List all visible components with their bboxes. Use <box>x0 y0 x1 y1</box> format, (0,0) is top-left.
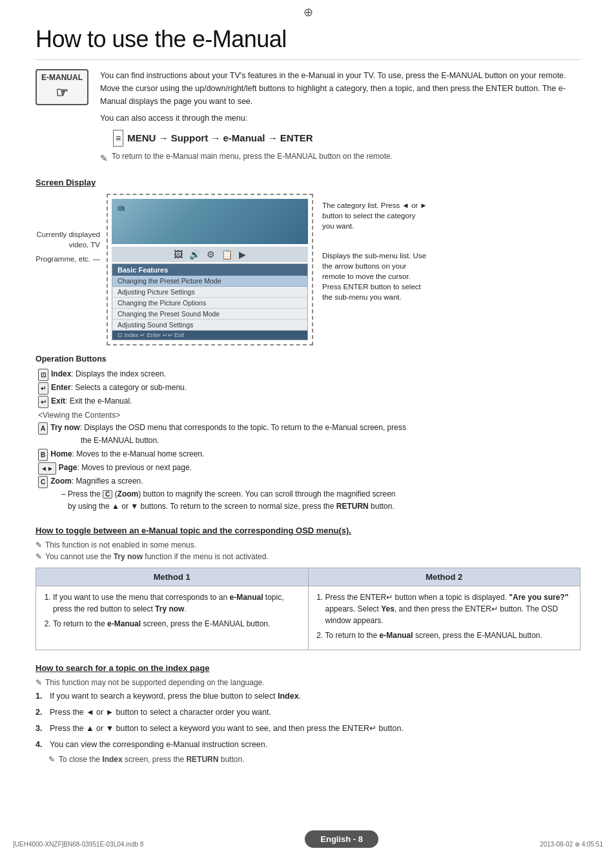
intro-section: E-MANUAL ☞ You can find instructions abo… <box>36 69 580 166</box>
op-item-trynow: A Try now: Displays the OSD menu that co… <box>38 421 580 447</box>
footer-page-label: English - 8 <box>305 830 378 848</box>
tv-icon-2: 🔊 <box>189 249 200 260</box>
toggle-note2: ✎ You cannot use the Try now function if… <box>36 552 580 561</box>
note-icon-1: ✎ <box>36 540 42 550</box>
method1-header: Method 1 <box>36 568 309 586</box>
op-icon-page: ◄► <box>38 462 56 475</box>
screen-menu-header: Basic Features <box>112 264 307 276</box>
tv-icon-1: 🖼 <box>174 249 183 260</box>
method1-cell: If you want to use the menu that corresp… <box>36 586 309 650</box>
index-steps: 1. If you want to search a keyword, pres… <box>36 690 580 751</box>
tv-icon-5: ▶ <box>239 249 246 260</box>
note-icon-2: ✎ <box>36 552 42 561</box>
footer-right: 2013-08-02 ⊕ 4:05:51 <box>540 841 603 848</box>
screen-menu-bottom: ⊡ Index ↵ Enter ↵↩ Exit <box>112 331 307 340</box>
index-step-4: 4. You can view the corresponding e-Manu… <box>36 738 580 751</box>
operation-list: ⊡ Index: Displays the index screen. ↵ En… <box>36 367 580 408</box>
op-icon-a: A <box>38 422 48 435</box>
intro-paragraph1: You can find instructions about your TV'… <box>100 69 580 108</box>
hand-icon: ☞ <box>41 85 83 101</box>
screen-menu-item-2: Changing the Picture Options <box>112 298 307 309</box>
intro-paragraph2: You can also access it through the menu: <box>100 112 580 125</box>
tv-image: 📺 <box>112 199 308 244</box>
op-icon-c: C <box>38 476 48 488</box>
screen-menu-item-4: Adjusting Sound Settings <box>112 320 307 331</box>
menu-icon: ≡ <box>113 130 123 147</box>
page-title: How to use the e-Manual <box>36 26 580 60</box>
op-item-zoom: C Zoom: Magnifies a screen. <box>38 475 580 488</box>
method2-cell: Press the ENTER↵ button when a topic is … <box>308 586 580 650</box>
zoom-sub-list: – Press the C (Zoom) button to magnify t… <box>36 488 580 513</box>
op-item-home: B Home: Moves to the e-Manual home scree… <box>38 447 580 461</box>
toggle-heading: How to toggle between an e-Manual topic … <box>36 526 580 535</box>
tv-icon-4: 📋 <box>221 249 232 260</box>
index-note-top: ✎ This function may not be supported dep… <box>36 678 580 687</box>
menu-line: ≡ MENU → Support → e-Manual → ENTER <box>100 130 580 147</box>
screen-right-labels: The category list. Press ◄ or ► button t… <box>313 194 429 303</box>
index-step-3: 3. Press the ▲ or ▼ button to select a k… <box>36 722 580 735</box>
screen-right-label-1: The category list. Press ◄ or ► button t… <box>322 200 429 231</box>
toggle-section: How to toggle between an e-Manual topic … <box>36 526 580 650</box>
screen-left-label: Currently displayed video, TV Programme,… <box>36 194 107 264</box>
method2-header: Method 2 <box>308 568 580 586</box>
op-icon-enter: ↵ <box>38 382 48 395</box>
screen-menu-item-1: Adjusting Picture Settings <box>112 287 307 298</box>
op-item-index: ⊡ Index: Displays the index screen. <box>38 367 580 381</box>
top-compass-icon: ⊕ <box>303 5 313 19</box>
methods-table: Method 1 Method 2 If you want to use the… <box>36 568 580 650</box>
screen-menu-item-3: Changing the Preset Sound Mode <box>112 309 307 320</box>
note-icon-4: ✎ <box>48 755 55 764</box>
intro-text: You can find instructions about your TV'… <box>100 69 580 166</box>
screen-display-area: Currently displayed video, TV Programme,… <box>36 194 580 345</box>
operation-title: Operation Buttons <box>36 355 580 364</box>
screen-mockup: 📺 🖼 🔊 ⚙ 📋 ▶ Basic Features Changing the … <box>107 194 313 345</box>
index-step-2: 2. Press the ◄ or ► button to select a c… <box>36 706 580 719</box>
screen-right-label-2: Displays the sub-menu list. Use the arro… <box>322 251 429 302</box>
index-step-1: 1. If you want to search a keyword, pres… <box>36 690 580 703</box>
screen-display-heading: Screen Display <box>36 178 580 187</box>
viewing-heading: <Viewing the Contents> <box>38 411 580 420</box>
operation-list-2: A Try now: Displays the OSD menu that co… <box>36 421 580 488</box>
index-close-note: ✎ To close the Index screen, press the R… <box>36 755 580 764</box>
op-item-page: ◄► Page: Moves to previous or next page. <box>38 461 580 475</box>
index-section: How to search for a topic on the index p… <box>36 663 580 764</box>
screen-menu-selected: Changing the Preset Picture Mode <box>112 276 307 287</box>
page-footer: [UEH4000-XNZF]BN68-03951E-03L04.indb 8 E… <box>0 830 616 853</box>
emanual-badge: E-MANUAL ☞ <box>36 69 88 105</box>
op-item-enter: ↵ Enter: Selects a category or sub-menu. <box>38 381 580 395</box>
op-icon-exit: ↩ <box>38 396 48 408</box>
tv-icon-3: ⚙ <box>207 249 215 260</box>
menu-label: MENU → Support → e-Manual → ENTER <box>127 130 313 146</box>
screen-menu-list: Basic Features Changing the Preset Pictu… <box>112 263 308 340</box>
op-icon-zoom-inline: C <box>103 490 112 498</box>
intro-note: ✎ To return to the e-Manual main menu, p… <box>100 150 580 165</box>
operation-section: Operation Buttons ⊡ Index: Displays the … <box>36 355 580 513</box>
op-item-exit: ↩ Exit: Exit the e-Manual. <box>38 395 580 408</box>
note-pencil-icon: ✎ <box>100 151 108 165</box>
op-icon-index: ⊡ <box>38 369 48 381</box>
index-heading: How to search for a topic on the index p… <box>36 663 580 673</box>
note-icon-3: ✎ <box>36 678 42 687</box>
toggle-note1: ✎ This function is not enabled in some m… <box>36 540 580 550</box>
zoom-sub-item: – Press the C (Zoom) button to magnify t… <box>61 488 580 513</box>
tv-icons-bar: 🖼 🔊 ⚙ 📋 ▶ <box>112 247 308 262</box>
op-icon-b: B <box>38 449 48 461</box>
footer-left: [UEH4000-XNZF]BN68-03951E-03L04.indb 8 <box>13 841 143 848</box>
